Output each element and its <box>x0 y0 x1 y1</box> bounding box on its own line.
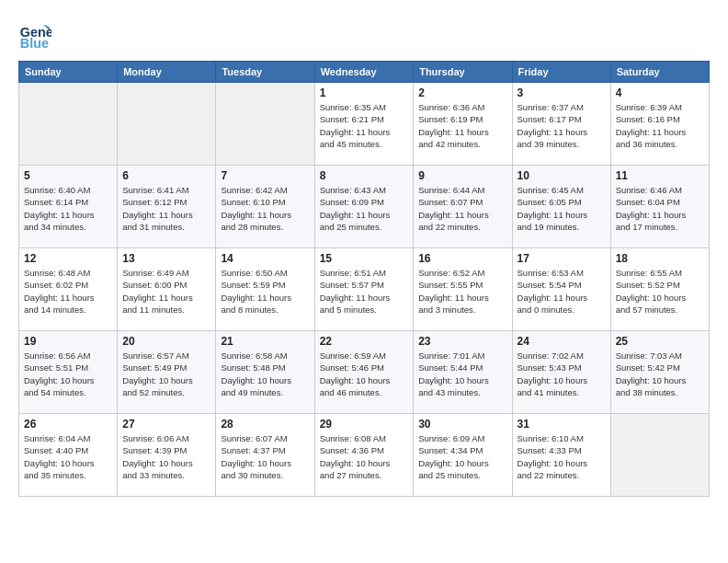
day-number: 26 <box>24 418 112 431</box>
day-cell <box>216 83 314 166</box>
day-cell <box>19 83 118 166</box>
day-info: Sunrise: 6:45 AM Sunset: 6:05 PM Dayligh… <box>518 184 606 233</box>
day-cell: 24Sunrise: 7:02 AM Sunset: 5:43 PM Dayli… <box>512 331 610 414</box>
day-info: Sunrise: 6:57 AM Sunset: 5:49 PM Dayligh… <box>122 350 210 398</box>
day-info: Sunrise: 6:59 AM Sunset: 5:46 PM Dayligh… <box>320 350 409 398</box>
day-number: 21 <box>221 335 309 348</box>
weekday-header-monday: Monday <box>118 62 216 83</box>
day-info: Sunrise: 7:01 AM Sunset: 5:44 PM Dayligh… <box>418 350 506 398</box>
week-row-3: 12Sunrise: 6:48 AM Sunset: 6:02 PM Dayli… <box>19 248 710 331</box>
day-cell: 20Sunrise: 6:57 AM Sunset: 5:49 PM Dayli… <box>118 331 216 414</box>
day-cell: 12Sunrise: 6:48 AM Sunset: 6:02 PM Dayli… <box>19 248 118 331</box>
day-number: 13 <box>122 252 210 265</box>
day-info: Sunrise: 6:39 AM Sunset: 6:16 PM Dayligh… <box>616 101 704 150</box>
day-number: 31 <box>518 418 606 431</box>
day-number: 3 <box>518 86 606 99</box>
weekday-header-thursday: Thursday <box>414 62 512 83</box>
day-info: Sunrise: 6:07 AM Sunset: 4:37 PM Dayligh… <box>221 432 309 481</box>
weekday-header-sunday: Sunday <box>19 62 118 83</box>
day-number: 2 <box>418 86 506 99</box>
day-cell: 19Sunrise: 6:56 AM Sunset: 5:51 PM Dayli… <box>19 331 118 414</box>
day-info: Sunrise: 6:49 AM Sunset: 6:00 PM Dayligh… <box>122 267 210 316</box>
day-info: Sunrise: 6:58 AM Sunset: 5:48 PM Dayligh… <box>221 350 309 398</box>
page-header: General Blue <box>18 18 710 52</box>
day-number: 14 <box>221 252 309 265</box>
day-cell: 30Sunrise: 6:09 AM Sunset: 4:34 PM Dayli… <box>414 414 512 497</box>
logo: General Blue <box>18 18 57 52</box>
day-number: 27 <box>122 418 210 431</box>
day-cell: 29Sunrise: 6:08 AM Sunset: 4:36 PM Dayli… <box>314 414 414 497</box>
day-info: Sunrise: 6:43 AM Sunset: 6:09 PM Dayligh… <box>320 184 409 233</box>
day-cell: 15Sunrise: 6:51 AM Sunset: 5:57 PM Dayli… <box>314 248 414 331</box>
day-cell: 27Sunrise: 6:06 AM Sunset: 4:39 PM Dayli… <box>118 414 216 497</box>
day-info: Sunrise: 6:46 AM Sunset: 6:04 PM Dayligh… <box>616 184 704 233</box>
day-info: Sunrise: 6:35 AM Sunset: 6:21 PM Dayligh… <box>320 101 409 150</box>
day-number: 10 <box>518 169 606 182</box>
day-cell: 1Sunrise: 6:35 AM Sunset: 6:21 PM Daylig… <box>314 83 414 166</box>
day-cell: 14Sunrise: 6:50 AM Sunset: 5:59 PM Dayli… <box>216 248 314 331</box>
day-cell: 18Sunrise: 6:55 AM Sunset: 5:52 PM Dayli… <box>610 248 709 331</box>
day-cell: 21Sunrise: 6:58 AM Sunset: 5:48 PM Dayli… <box>216 331 314 414</box>
day-cell: 2Sunrise: 6:36 AM Sunset: 6:19 PM Daylig… <box>414 83 512 166</box>
day-cell: 28Sunrise: 6:07 AM Sunset: 4:37 PM Dayli… <box>216 414 314 497</box>
weekday-header-wednesday: Wednesday <box>314 62 414 83</box>
logo-icon: General Blue <box>18 18 51 52</box>
day-cell: 23Sunrise: 7:01 AM Sunset: 5:44 PM Dayli… <box>414 331 512 414</box>
day-number: 12 <box>24 252 112 265</box>
day-cell: 25Sunrise: 7:03 AM Sunset: 5:42 PM Dayli… <box>610 331 709 414</box>
day-info: Sunrise: 6:37 AM Sunset: 6:17 PM Dayligh… <box>518 101 606 150</box>
day-info: Sunrise: 6:42 AM Sunset: 6:10 PM Dayligh… <box>221 184 309 233</box>
weekday-header-row: SundayMondayTuesdayWednesdayThursdayFrid… <box>19 62 710 83</box>
day-cell: 6Sunrise: 6:41 AM Sunset: 6:12 PM Daylig… <box>118 166 216 248</box>
day-number: 6 <box>122 169 210 182</box>
day-number: 5 <box>24 169 112 182</box>
day-number: 19 <box>24 335 112 348</box>
day-number: 7 <box>221 169 309 182</box>
day-number: 16 <box>418 252 506 265</box>
day-cell: 5Sunrise: 6:40 AM Sunset: 6:14 PM Daylig… <box>19 166 118 248</box>
day-number: 15 <box>320 252 409 265</box>
day-cell: 26Sunrise: 6:04 AM Sunset: 4:40 PM Dayli… <box>19 414 118 497</box>
weekday-header-friday: Friday <box>512 62 610 83</box>
day-number: 24 <box>518 335 606 348</box>
day-number: 1 <box>320 86 409 99</box>
day-info: Sunrise: 6:41 AM Sunset: 6:12 PM Dayligh… <box>122 184 210 233</box>
day-info: Sunrise: 7:02 AM Sunset: 5:43 PM Dayligh… <box>518 350 606 398</box>
day-info: Sunrise: 6:48 AM Sunset: 6:02 PM Dayligh… <box>24 267 112 316</box>
day-cell: 7Sunrise: 6:42 AM Sunset: 6:10 PM Daylig… <box>216 166 314 248</box>
day-info: Sunrise: 6:44 AM Sunset: 6:07 PM Dayligh… <box>418 184 506 233</box>
day-number: 20 <box>122 335 210 348</box>
day-info: Sunrise: 6:51 AM Sunset: 5:57 PM Dayligh… <box>320 267 409 316</box>
day-number: 30 <box>418 418 506 431</box>
day-number: 29 <box>320 418 409 431</box>
day-info: Sunrise: 7:03 AM Sunset: 5:42 PM Dayligh… <box>616 350 704 398</box>
day-cell: 4Sunrise: 6:39 AM Sunset: 6:16 PM Daylig… <box>610 83 709 166</box>
day-number: 11 <box>616 169 704 182</box>
svg-text:Blue: Blue <box>20 36 49 51</box>
day-cell: 9Sunrise: 6:44 AM Sunset: 6:07 PM Daylig… <box>414 166 512 248</box>
weekday-header-tuesday: Tuesday <box>216 62 314 83</box>
day-info: Sunrise: 6:53 AM Sunset: 5:54 PM Dayligh… <box>518 267 606 316</box>
day-cell: 3Sunrise: 6:37 AM Sunset: 6:17 PM Daylig… <box>512 83 610 166</box>
week-row-5: 26Sunrise: 6:04 AM Sunset: 4:40 PM Dayli… <box>19 414 710 497</box>
day-info: Sunrise: 6:10 AM Sunset: 4:33 PM Dayligh… <box>518 432 606 481</box>
weekday-header-saturday: Saturday <box>610 62 709 83</box>
day-number: 18 <box>616 252 704 265</box>
day-number: 22 <box>320 335 409 348</box>
day-cell: 11Sunrise: 6:46 AM Sunset: 6:04 PM Dayli… <box>610 166 709 248</box>
day-cell <box>610 414 709 497</box>
day-cell <box>118 83 216 166</box>
day-info: Sunrise: 6:36 AM Sunset: 6:19 PM Dayligh… <box>418 101 506 150</box>
day-info: Sunrise: 6:08 AM Sunset: 4:36 PM Dayligh… <box>320 432 409 481</box>
week-row-2: 5Sunrise: 6:40 AM Sunset: 6:14 PM Daylig… <box>19 166 710 248</box>
day-info: Sunrise: 6:40 AM Sunset: 6:14 PM Dayligh… <box>24 184 112 233</box>
week-row-1: 1Sunrise: 6:35 AM Sunset: 6:21 PM Daylig… <box>19 83 710 166</box>
day-number: 9 <box>418 169 506 182</box>
day-cell: 16Sunrise: 6:52 AM Sunset: 5:55 PM Dayli… <box>414 248 512 331</box>
day-number: 17 <box>518 252 606 265</box>
calendar-table: SundayMondayTuesdayWednesdayThursdayFrid… <box>18 61 710 497</box>
day-info: Sunrise: 6:09 AM Sunset: 4:34 PM Dayligh… <box>418 432 506 481</box>
day-number: 28 <box>221 418 309 431</box>
week-row-4: 19Sunrise: 6:56 AM Sunset: 5:51 PM Dayli… <box>19 331 710 414</box>
day-number: 25 <box>616 335 704 348</box>
